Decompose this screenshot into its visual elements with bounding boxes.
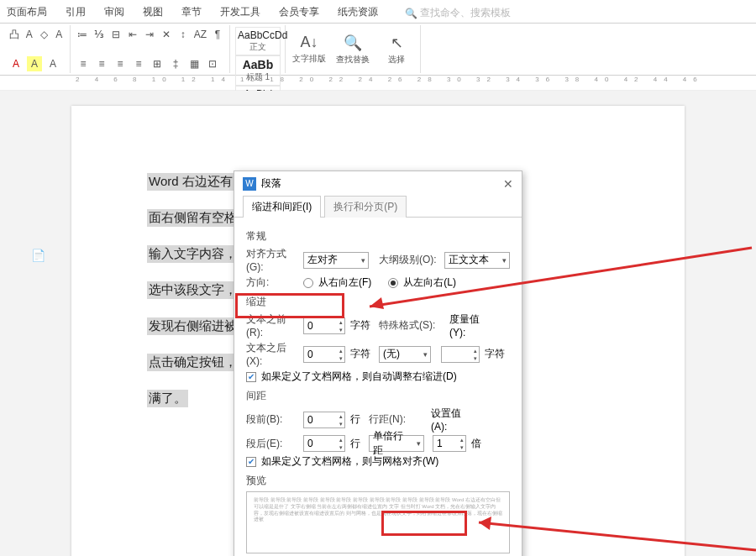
horizontal-ruler[interactable]: 2 4 6 8 10 12 14 16 18 20 22 24 26 28 30… xyxy=(0,76,756,91)
direction-rtl-radio[interactable] xyxy=(303,278,313,288)
tab-line-page-breaks[interactable]: 换行和分页(P) xyxy=(324,196,407,218)
tab-references[interactable]: 引用 xyxy=(64,3,87,23)
tab-resources[interactable]: 纸壳资源 xyxy=(336,3,380,23)
find-replace-button[interactable]: 🔍查找替换 xyxy=(334,34,371,66)
ribbon: 凸 A ◇ A A A A ≔ ⅓ ⊟ ⇤ ⇥ ✕ ↕ AZ ¶ ≡ ≡ ≡ ≡… xyxy=(0,24,756,76)
align-center-icon[interactable]: ≡ xyxy=(94,56,109,71)
doc-line-4: 选中该段文字， xyxy=(147,281,239,299)
cursor-icon: ↖ xyxy=(378,34,415,52)
snap-grid-label: 如果定义了文档网格，则与网格对齐(W) xyxy=(261,454,438,469)
text-layout-icon: A↓ xyxy=(291,34,328,51)
text-layout-button[interactable]: A↓文字排版 xyxy=(291,34,328,65)
direction-ltr-label: 从左向右(L) xyxy=(403,275,456,290)
alignment-label: 对齐方式(G): xyxy=(246,247,298,273)
shading-icon[interactable]: ▦ xyxy=(186,56,202,71)
bullets-icon[interactable]: ≔ xyxy=(76,27,89,42)
tab-member[interactable]: 会员专享 xyxy=(277,3,321,23)
direction-rtl-label: 从右向左(F) xyxy=(318,275,371,290)
search-placeholder: 查找命令、搜索模板 xyxy=(420,6,511,20)
special-label: 特殊格式(S): xyxy=(379,318,439,333)
doc-line-2: 面右侧留有空格 xyxy=(147,209,239,227)
metric-label: 度量值(Y): xyxy=(449,312,493,338)
section-preview: 预览 xyxy=(246,474,510,488)
set-unit: 倍 xyxy=(471,437,481,451)
auto-indent-label: 如果定义了文档网格，则自动调整右缩进(D) xyxy=(261,370,457,384)
line-spacing2-icon[interactable]: ‡ xyxy=(168,56,183,71)
space-before-unit: 行 xyxy=(350,412,360,427)
multilevel-icon[interactable]: ⊟ xyxy=(109,27,123,42)
clipboard-group: 凸 A ◇ A A A A xyxy=(3,25,71,73)
increase-indent-icon[interactable]: ⇥ xyxy=(143,27,156,42)
distribute-icon[interactable]: ⊞ xyxy=(150,56,165,71)
paragraph-dialog: W 段落 ✕ 缩进和间距(I) 换行和分页(P) 常规 对齐方式(G): 左对齐… xyxy=(234,170,522,556)
decrease-indent-icon[interactable]: ⇤ xyxy=(126,27,139,42)
search-icon: 🔍 xyxy=(405,8,417,19)
space-before-label: 段前(B): xyxy=(246,412,298,427)
show-marks-icon[interactable]: ¶ xyxy=(211,27,224,42)
align-left-icon[interactable]: ≡ xyxy=(76,56,91,71)
ribbon-tabs: 页面布局 引用 审阅 视图 章节 开发工具 会员专享 纸壳资源 🔍 查找命令、搜… xyxy=(0,0,756,24)
style-normal[interactable]: AaBbCcDd正文 xyxy=(235,27,281,55)
doc-line-1: Word 右边还有 xyxy=(147,173,234,191)
direction-ltr-radio[interactable] xyxy=(388,278,398,288)
command-search[interactable]: 🔍 查找命令、搜索模板 xyxy=(405,3,511,23)
tab-indent-spacing[interactable]: 缩进和间距(I) xyxy=(243,196,321,218)
doc-line-7: 满了。 xyxy=(147,390,188,407)
special-select[interactable]: (无) xyxy=(379,346,431,363)
char-shading-icon[interactable]: A xyxy=(45,56,60,71)
close-icon[interactable]: ✕ xyxy=(503,177,513,191)
space-after-label: 段后(E): xyxy=(246,437,298,451)
line-spacing-label: 行距(N): xyxy=(369,412,409,427)
space-after-input[interactable]: 0 xyxy=(303,435,345,452)
section-spacing: 间距 xyxy=(246,389,510,403)
tab-devtools[interactable]: 开发工具 xyxy=(218,3,262,23)
direction-label: 方向: xyxy=(246,275,298,290)
find-icon: 🔍 xyxy=(334,34,371,52)
preview-pane: 前导段 前导段 前导段 前导段 前导段 前导段 前导段 前导段 前导段 前导段 … xyxy=(246,491,510,553)
line-spacing-select[interactable]: 单倍行距 xyxy=(369,435,424,452)
set-value-input[interactable]: 1 xyxy=(433,435,466,452)
tab-view[interactable]: 视图 xyxy=(141,3,165,23)
styles-group: AaBbCcDd正文 AaBb标题 1 AaBb(标题 2 AaBbC(标题 3… xyxy=(230,25,286,73)
metric-unit: 字符 xyxy=(485,347,505,361)
dialog-title: 段落 xyxy=(261,176,281,191)
editing-group: A↓文字排版 🔍查找替换 ↖选择 xyxy=(286,25,421,73)
font-color-icon[interactable]: A xyxy=(8,56,24,71)
format-painter-icon[interactable]: 凸 xyxy=(8,27,20,42)
line-spacing-icon[interactable]: ↕ xyxy=(176,27,190,42)
alignment-select[interactable]: 左对齐 xyxy=(303,252,369,269)
snap-grid-checkbox[interactable] xyxy=(246,457,256,467)
outline-label: 大纲级别(O): xyxy=(379,253,439,267)
indent-before-unit: 字符 xyxy=(350,318,370,333)
auto-indent-checkbox[interactable] xyxy=(246,372,256,382)
char-border-icon[interactable]: A xyxy=(53,27,65,42)
space-after-unit: 行 xyxy=(350,437,360,451)
dialog-titlebar[interactable]: W 段落 ✕ xyxy=(234,171,522,196)
indent-after-label: 文本之后(X): xyxy=(246,341,298,367)
align-right-icon[interactable]: ≡ xyxy=(113,56,128,71)
doc-line-3: 输入文字内容， xyxy=(147,245,239,263)
ltr-icon[interactable]: ✕ xyxy=(160,27,173,42)
indent-before-input[interactable]: 0 xyxy=(303,317,345,334)
tab-sections[interactable]: 章节 xyxy=(180,3,203,23)
outline-select[interactable]: 正文文本 xyxy=(444,252,510,269)
doc-line-6: 点击确定按钮， xyxy=(147,354,239,371)
doc-line-5: 发现右侧缩进被 xyxy=(147,317,239,335)
clear-format-icon[interactable]: ◇ xyxy=(39,27,50,42)
select-button[interactable]: ↖选择 xyxy=(378,34,415,66)
numbering-icon[interactable]: ⅓ xyxy=(92,27,106,42)
metric-input[interactable] xyxy=(441,346,480,363)
tab-review[interactable]: 审阅 xyxy=(102,3,126,23)
reading-mode-icon[interactable]: 📄 xyxy=(31,249,45,262)
sort-icon[interactable]: AZ xyxy=(193,27,207,42)
tab-layout[interactable]: 页面布局 xyxy=(5,3,49,23)
indent-after-unit: 字符 xyxy=(350,347,370,361)
indent-after-input[interactable]: 0 xyxy=(303,346,345,363)
space-before-input[interactable]: 0 xyxy=(303,412,345,428)
font-a-icon[interactable]: A xyxy=(24,27,35,42)
borders-icon[interactable]: ⊡ xyxy=(205,56,220,71)
section-general: 常规 xyxy=(246,229,510,244)
align-justify-icon[interactable]: ≡ xyxy=(131,56,146,71)
section-indent: 缩进 xyxy=(246,295,510,309)
highlight-icon[interactable]: A xyxy=(27,56,42,71)
